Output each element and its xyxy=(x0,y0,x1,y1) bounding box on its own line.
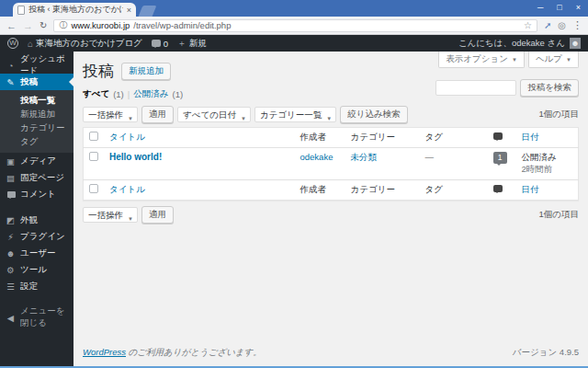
category-filter-select[interactable]: カテゴリー一覧 ▼ xyxy=(254,107,336,122)
submenu-item-add-new[interactable]: 新規追加 xyxy=(0,107,74,121)
media-icon: ▣ xyxy=(6,156,16,167)
greeting-text: こんにちは、odekake さん xyxy=(458,38,565,50)
submenu-item-tags[interactable]: タグ xyxy=(0,134,74,148)
item-count: 1個の項目 xyxy=(538,109,579,121)
comment-count-badge[interactable]: 1 xyxy=(493,152,507,164)
search-posts-button[interactable]: 投稿を検索 xyxy=(520,79,579,97)
row-checkbox[interactable] xyxy=(89,152,98,161)
select-all-checkbox[interactable] xyxy=(89,184,98,193)
url-host: www.kuroobi.jp xyxy=(71,20,130,30)
users-icon: ☻ xyxy=(6,248,16,259)
date-filter-select[interactable]: すべての日付 ▼ xyxy=(177,107,251,122)
column-date-sort[interactable]: 日付 xyxy=(522,132,539,142)
chevron-down-icon: ▼ xyxy=(326,112,332,126)
sidebar-item-collapse-menu[interactable]: ◀ メニューを閉じる xyxy=(0,309,74,326)
address-bar[interactable]: ⓘ www.kuroobi.jp /travel/wp-admin/edit.p… xyxy=(53,19,537,32)
sidebar-item-plugins[interactable]: ⚡ プラグイン xyxy=(0,228,74,245)
post-category-link[interactable]: 未分類 xyxy=(351,152,378,162)
site-info-icon[interactable]: ⓘ xyxy=(59,19,67,31)
column-title-sort[interactable]: タイトル xyxy=(109,184,145,194)
browser-tab[interactable]: 投稿 ‹ 東海地方のおでかけ × xyxy=(13,3,136,17)
column-tags: タグ xyxy=(420,128,488,148)
collapse-arrow-icon: ◀ xyxy=(6,313,16,323)
extension-icon[interactable]: ➚ xyxy=(544,20,551,30)
tab-title: 投稿 ‹ 東海地方のおでかけ xyxy=(28,4,123,16)
sidebar-item-pages[interactable]: ▤ 固定ページ xyxy=(0,169,74,186)
apply-button[interactable]: 適用 xyxy=(141,106,174,123)
admin-footer: WordPress のご利用ありがとうございます。 バージョン 4.9.5 xyxy=(83,347,579,359)
table-header-row: タイトル 作成者 カテゴリー タグ 日付 xyxy=(84,128,579,148)
version-text: バージョン 4.9.5 xyxy=(513,347,579,359)
tablenav-top: 一括操作 ▼ 適用 すべての日付 ▼ カテゴリー一覧 ▼ 絞り込み検索 1個の項… xyxy=(83,106,579,123)
chevron-down-icon: ▼ xyxy=(128,213,133,226)
sidebar-item-dashboard[interactable]: ◔ ダッシュボード xyxy=(0,57,74,74)
wordpress-footer-link[interactable]: WordPress xyxy=(83,347,126,357)
admin-bar-new[interactable]: ＋ 新規 xyxy=(177,38,207,50)
browser-titlebar: 投稿 ‹ 東海地方のおでかけ × ─ □ × xyxy=(0,0,588,17)
wordpress-logo-icon[interactable]: W xyxy=(7,38,18,49)
apply-button[interactable]: 適用 xyxy=(141,206,174,224)
posts-table: タイトル 作成者 カテゴリー タグ 日付 Hello world! odekak… xyxy=(83,127,579,201)
browser-menu-icon[interactable]: ⋮ xyxy=(572,19,582,31)
sidebar-item-users[interactable]: ☻ ユーザー xyxy=(0,245,74,261)
footer-thanks-text: のご利用ありがとうございます。 xyxy=(126,347,262,357)
minimize-button[interactable]: ─ xyxy=(537,2,543,14)
chevron-down-icon: ▼ xyxy=(566,57,571,63)
item-count: 1個の項目 xyxy=(538,209,579,221)
chevron-down-icon: ▼ xyxy=(512,57,517,63)
settings-icon: ☰ xyxy=(6,282,16,292)
close-button[interactable]: × xyxy=(576,2,581,14)
screen-options-button[interactable]: 表示オプション ▼ xyxy=(438,52,525,68)
sidebar-item-comments[interactable]: コメント xyxy=(0,186,74,202)
filter-button[interactable]: 絞り込み検索 xyxy=(340,106,407,123)
sidebar-item-media[interactable]: ▣ メディア xyxy=(0,153,74,169)
select-all-checkbox[interactable] xyxy=(89,132,98,141)
column-date-sort[interactable]: 日付 xyxy=(522,184,539,194)
column-title-sort[interactable]: タイトル xyxy=(109,132,145,142)
post-title-link[interactable]: Hello world! xyxy=(109,152,162,162)
add-new-button[interactable]: 新規追加 xyxy=(121,63,171,80)
sidebar-item-appearance[interactable]: ◩ 外観 xyxy=(0,212,74,228)
bulk-actions-select[interactable]: 一括操作 ▼ xyxy=(83,107,138,122)
posts-submenu: 投稿一覧 新規追加 カテゴリー タグ xyxy=(0,90,74,153)
column-author: 作成者 xyxy=(295,180,345,201)
post-status: 公開済み xyxy=(522,152,573,164)
bulk-actions-select[interactable]: 一括操作 ▼ xyxy=(83,207,138,223)
view-all-link[interactable]: すべて xyxy=(83,88,109,100)
new-tab-button[interactable] xyxy=(139,6,157,17)
tab-close-icon[interactable]: × xyxy=(127,6,131,15)
sidebar-item-settings[interactable]: ☰ 設定 xyxy=(0,278,74,294)
browser-navbar: ← → ↻ ⓘ www.kuroobi.jp /travel/wp-admin/… xyxy=(0,17,588,35)
admin-bar-comments[interactable]: 0 xyxy=(152,39,168,49)
admin-sidebar: ◔ ダッシュボード ✎ 投稿 投稿一覧 新規追加 カテゴリー タグ ▣ メディア… xyxy=(0,52,74,366)
page-title: 投稿 xyxy=(83,61,114,82)
sidebar-item-posts[interactable]: ✎ 投稿 xyxy=(0,74,74,90)
back-icon[interactable]: ← xyxy=(6,20,17,31)
chevron-down-icon: ▼ xyxy=(241,112,246,126)
extension-icon[interactable]: ◎ xyxy=(558,20,566,30)
wp-admin-bar: W ⌂ 東海地方のおでかけブログ 0 ＋ 新規 こんにちは、odekake さん… xyxy=(0,35,588,52)
post-author-link[interactable]: odekake xyxy=(300,152,334,162)
dashboard-icon: ◔ xyxy=(6,61,16,71)
avatar: ☻ xyxy=(570,38,581,49)
comments-column-icon xyxy=(493,185,503,192)
reload-icon[interactable]: ↻ xyxy=(40,20,47,30)
maximize-button[interactable]: □ xyxy=(557,2,561,14)
help-button[interactable]: ヘルプ ▼ xyxy=(528,52,579,68)
bookmark-star-icon[interactable]: ☆ xyxy=(524,20,532,30)
url-path: /travel/wp-admin/edit.php xyxy=(133,20,231,30)
sidebar-item-tools[interactable]: ⚙ ツール xyxy=(0,261,74,278)
search-input[interactable] xyxy=(435,80,516,96)
appearance-icon: ◩ xyxy=(6,215,16,225)
admin-bar-account[interactable]: こんにちは、odekake さん ☻ xyxy=(458,38,581,50)
tablenav-bottom: 一括操作 ▼ 適用 1個の項目 xyxy=(83,206,579,224)
submenu-item-categories[interactable]: カテゴリー xyxy=(0,121,74,134)
admin-bar-site-name[interactable]: ⌂ 東海地方のおでかけブログ xyxy=(28,38,142,50)
chevron-down-icon: ▼ xyxy=(128,112,133,126)
view-published-link[interactable]: 公開済み xyxy=(133,88,168,100)
home-icon: ⌂ xyxy=(28,39,33,49)
plugins-icon: ⚡ xyxy=(6,232,16,242)
submenu-item-all-posts[interactable]: 投稿一覧 xyxy=(0,93,74,107)
forward-icon[interactable]: → xyxy=(23,20,33,31)
plus-icon: ＋ xyxy=(177,38,187,50)
